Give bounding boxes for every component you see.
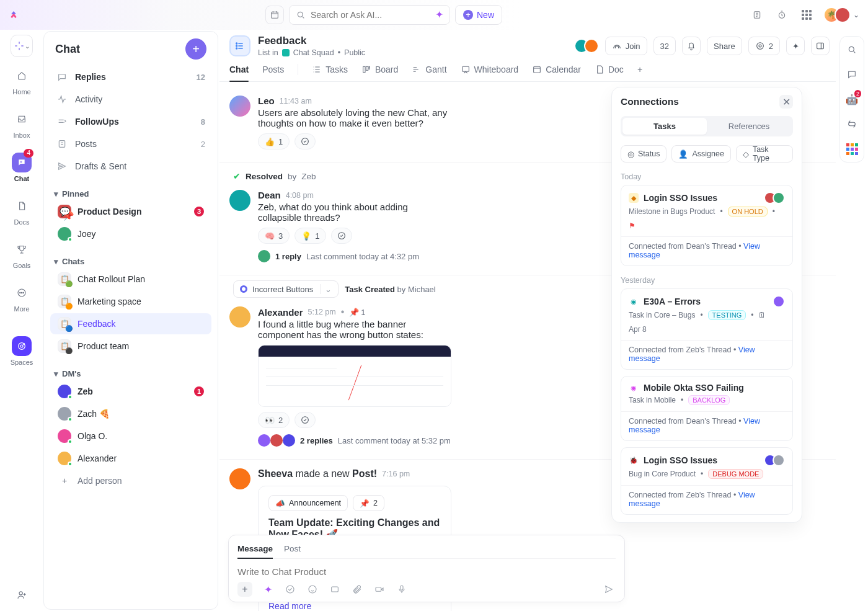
reaction[interactable]: 👀2 — [258, 412, 290, 428]
timer-icon[interactable] — [774, 7, 790, 23]
chevron-down-icon[interactable]: ⌄ — [321, 284, 332, 294]
ai-sparkle-icon[interactable]: ✦ — [435, 9, 443, 20]
task-chip[interactable]: Incorrect Buttons ⌄ — [233, 280, 339, 298]
share-button[interactable]: Share — [707, 37, 742, 55]
new-button[interactable]: + New — [455, 5, 502, 25]
connection-card[interactable]: ◉Mobile Okta SSO Failing Task in Mobile•… — [621, 376, 793, 441]
dm-zeb[interactable]: Zeb 1 — [50, 381, 211, 402]
seg-tasks[interactable]: Tasks — [622, 118, 707, 135]
image-attachment[interactable] — [258, 345, 451, 407]
color-app-icon[interactable] — [844, 141, 860, 157]
tab-tasks[interactable]: Tasks — [312, 57, 348, 81]
message-author[interactable]: Sheeva — [258, 468, 293, 479]
thread-link[interactable]: 1 reply Last comment today at 4:32 pm — [258, 250, 451, 262]
create-task-icon[interactable] — [331, 228, 352, 244]
rail-docs[interactable]: Docs — [6, 191, 37, 231]
filter-type[interactable]: ◇ Task Type — [736, 145, 793, 163]
pinned-joey[interactable]: Joey — [50, 223, 211, 244]
rail-more[interactable]: More — [6, 278, 37, 318]
chat-product-team[interactable]: 📋⚫ Product team — [50, 336, 211, 357]
rail-home[interactable]: Home — [6, 61, 37, 100]
connection-card[interactable]: 🐞Login SSO Issues Bug in Core Product• D… — [621, 447, 793, 515]
invite-icon[interactable] — [11, 584, 33, 606]
pinned-product-design[interactable]: 💬📌 Product Design 3 — [50, 201, 211, 222]
section-chats[interactable]: Chats — [62, 257, 84, 266]
filter-status[interactable]: ◎ Status — [621, 145, 666, 163]
search-bar[interactable]: ✦ — [289, 5, 450, 25]
chat-marketing-space[interactable]: 📋🟠 Marketing space — [50, 291, 211, 312]
tab-whiteboard[interactable]: Whiteboard — [461, 57, 519, 81]
bell-icon[interactable] — [682, 37, 701, 55]
message-author[interactable]: Dean — [258, 190, 281, 200]
breadcrumb[interactable]: List in Chat Squad • Public — [258, 48, 365, 57]
checkmark-icon[interactable] — [283, 582, 297, 596]
app-logo[interactable] — [9, 10, 19, 20]
sidebar-drafts[interactable]: Drafts & Sent — [50, 156, 211, 177]
panel-toggle-icon[interactable] — [811, 37, 830, 55]
tab-doc[interactable]: Doc — [595, 57, 624, 81]
sidebar-activity[interactable]: Activity — [50, 89, 211, 110]
emoji-icon[interactable] — [306, 582, 319, 596]
reaction[interactable]: 💡1 — [294, 228, 326, 244]
tab-calendar[interactable]: Calendar — [532, 57, 581, 81]
connection-card[interactable]: ◆ Login SSO Issues Milestone in Bugs Pro… — [621, 185, 793, 266]
read-more-link[interactable]: Read more — [268, 601, 441, 611]
dm-alexander[interactable]: Alexander — [50, 448, 211, 469]
filter-assignee[interactable]: 👤 Assignee — [671, 145, 730, 163]
rail-inbox[interactable]: Inbox — [6, 104, 37, 144]
message-author[interactable]: Alexander — [258, 307, 303, 318]
tab-chat[interactable]: Chat — [229, 57, 249, 81]
comments-icon[interactable] — [844, 66, 860, 83]
attachment-icon[interactable] — [350, 582, 364, 596]
member-count-button[interactable]: 32 — [653, 37, 676, 55]
reaction[interactable]: 🧠3 — [258, 228, 290, 244]
close-icon[interactable]: ✕ — [779, 95, 793, 109]
send-button[interactable] — [602, 582, 616, 596]
section-pinned[interactable]: Pinned — [62, 189, 89, 198]
message-author[interactable]: Leo — [258, 96, 275, 106]
ai-icon[interactable]: ✦ — [786, 37, 805, 55]
tab-board[interactable]: Board — [361, 57, 398, 81]
dm-zach[interactable]: Zach 🍕 — [50, 403, 211, 424]
tab-gantt[interactable]: Gantt — [412, 57, 446, 81]
notes-icon[interactable] — [749, 7, 765, 23]
user-menu[interactable]: 🌴 ⌄ — [823, 7, 859, 23]
rail-spaces[interactable]: Spaces — [6, 331, 37, 371]
composer-input[interactable] — [237, 559, 616, 582]
apps-grid-icon[interactable] — [799, 7, 815, 23]
search-icon[interactable] — [844, 42, 860, 58]
thread-link[interactable]: 2 replies Last comment today at 5:32 pm — [258, 434, 451, 447]
section-dms[interactable]: DM's — [62, 369, 81, 378]
sidebar-replies[interactable]: Replies 12 — [50, 66, 211, 87]
following-button[interactable]: 2 — [748, 37, 780, 55]
add-person[interactable]: + Add person — [50, 470, 211, 491]
rail-chat[interactable]: 4#Chat — [6, 148, 37, 187]
add-view-button[interactable]: + — [637, 57, 642, 81]
gif-icon[interactable] — [328, 582, 342, 596]
seg-references[interactable]: References — [707, 118, 791, 135]
calendar-icon[interactable] — [265, 6, 284, 24]
chat-rollout-plan[interactable]: 📋🟢 Chat Rollout Plan — [50, 269, 211, 290]
dm-olga[interactable]: Olga O. — [50, 426, 211, 447]
connection-card[interactable]: ◉E30A – Errors Task in Core – Bugs• TEST… — [621, 288, 793, 370]
chat-feedback[interactable]: 📋🔵 Feedback — [50, 313, 211, 334]
create-task-icon[interactable] — [294, 133, 316, 149]
workspace-switcher[interactable]: ⌄ — [11, 35, 33, 57]
chat-new-button[interactable]: + — [185, 38, 206, 60]
search-input[interactable] — [311, 10, 430, 20]
attach-plus-icon[interactable]: + — [237, 582, 252, 597]
video-icon[interactable] — [373, 582, 386, 596]
sidebar-followups[interactable]: FollowUps 8 — [50, 111, 211, 132]
ai-chat-icon[interactable]: 🤖2 — [844, 91, 860, 107]
sidebar-posts[interactable]: Posts 2 — [50, 133, 211, 154]
reaction[interactable]: 👍1 — [258, 133, 290, 149]
join-button[interactable]: Join — [605, 37, 647, 55]
ai-icon[interactable]: ✦ — [261, 582, 275, 596]
mic-icon[interactable] — [395, 582, 409, 596]
member-avatars[interactable] — [574, 38, 599, 53]
sync-icon[interactable] — [844, 116, 860, 132]
composer-tab-message[interactable]: Message — [237, 542, 273, 558]
tab-posts[interactable]: Posts — [262, 57, 284, 81]
rail-goals[interactable]: Goals — [6, 234, 37, 274]
composer-tab-post[interactable]: Post — [284, 542, 301, 558]
